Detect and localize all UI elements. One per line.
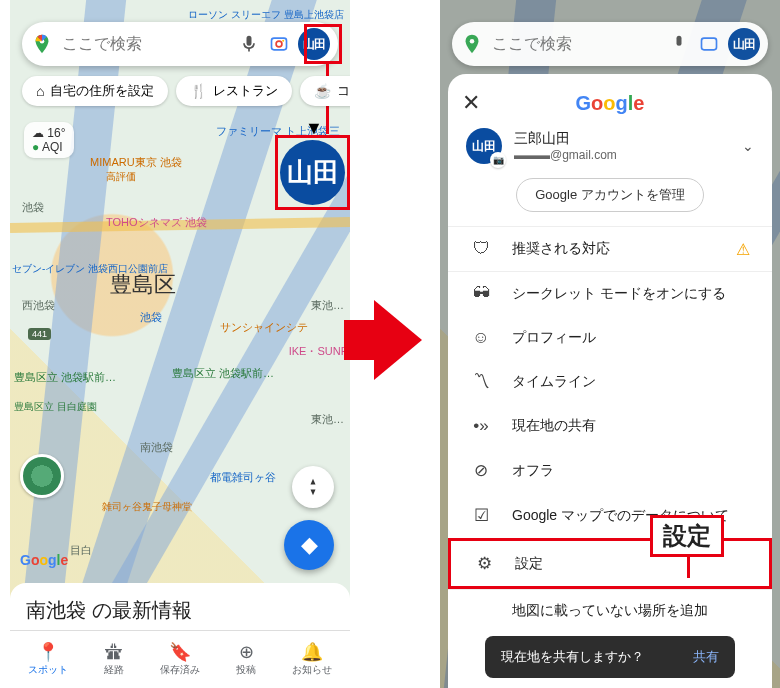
nav-post[interactable]: ⊕投稿	[236, 643, 256, 677]
weather-aqi: AQI	[42, 140, 63, 154]
nav-label: 経路	[104, 663, 124, 677]
menu-timeline[interactable]: 〽タイムライン	[448, 360, 772, 404]
close-button[interactable]: ✕	[462, 90, 480, 116]
account-row[interactable]: 山田 三郎山田 ▬▬▬@gmail.com ⌄	[448, 120, 772, 168]
poi-label: 目白	[70, 543, 92, 558]
google-logo: Google	[576, 92, 645, 115]
manage-account-button[interactable]: Google アカウントを管理	[516, 178, 704, 212]
directions-button[interactable]: ◆	[284, 520, 334, 570]
svg-point-3	[282, 40, 284, 42]
recenter-button[interactable]	[292, 466, 334, 508]
chip-home[interactable]: ⌂自宅の住所を設定	[22, 76, 168, 106]
annotation-transition-arrow	[374, 300, 422, 380]
poi-label: 池袋	[140, 310, 162, 325]
cloud-off-icon: ⊘	[470, 460, 492, 481]
menu-offline[interactable]: ⊘オフラ	[448, 448, 772, 493]
poi-label: 池袋	[22, 200, 44, 215]
bookmark-icon: 🔖	[169, 643, 191, 661]
warning-icon: ⚠	[736, 240, 750, 259]
profile-icon: ☺	[470, 328, 492, 348]
google-watermark: Google	[20, 552, 68, 568]
menu-label: プロフィール	[512, 329, 596, 347]
poi-label: 雑司ヶ谷鬼子母神堂	[102, 500, 192, 514]
menu-add-place[interactable]: 地図に載っていない場所を追加	[448, 590, 772, 632]
account-name: 三郎山田	[514, 130, 730, 148]
poi-label: IKE・SUNP	[289, 344, 348, 359]
menu-recommended[interactable]: 🛡推奨される対応⚠	[448, 227, 772, 271]
restaurant-icon: 🍴	[190, 83, 207, 99]
lens-icon[interactable]	[268, 33, 290, 55]
nav-notify[interactable]: 🔔お知らせ	[292, 643, 332, 677]
menu-label: シークレット モードをオンにする	[512, 285, 726, 303]
search-bar[interactable]: ここで検索 山田	[22, 22, 338, 66]
nav-route[interactable]: 🛣経路	[104, 643, 124, 677]
timeline-icon: 〽	[470, 372, 492, 392]
nav-spot[interactable]: 📍スポット	[28, 643, 68, 677]
bottom-sheet[interactable]: 南池袋 の最新情報	[10, 583, 350, 630]
poi-label: 豊島区立 目白庭園	[14, 400, 97, 414]
poi-label: 西池袋	[22, 298, 55, 313]
chip-label: 自宅の住所を設定	[50, 82, 154, 100]
shield-check-icon: ☑	[470, 505, 492, 526]
poi-label: 東池…	[311, 298, 344, 313]
share-location-icon: •»	[470, 416, 492, 436]
share-location-toast: 現在地を共有しますか？ 共有	[485, 636, 735, 678]
menu-label: タイムライン	[512, 373, 596, 391]
poi-label: 南池袋	[140, 440, 173, 455]
menu-share-location[interactable]: •»現在地の共有	[448, 404, 772, 448]
nav-label: お知らせ	[292, 663, 332, 677]
account-email: ▬▬▬@gmail.com	[514, 148, 730, 162]
enlarged-avatar: 山田	[280, 140, 345, 205]
toast-message: 現在地を共有しますか？	[501, 648, 644, 666]
coffee-icon: ☕	[314, 83, 331, 99]
district-label: 豊島区	[110, 270, 176, 300]
chip-coffee[interactable]: ☕コーヒー	[300, 76, 350, 106]
account-menu: 🛡推奨される対応⚠ 🕶シークレット モードをオンにする ☺プロフィール 〽タイム…	[448, 227, 772, 688]
sheet-header: ✕ Google	[448, 86, 772, 120]
menu-label: 推奨される対応	[512, 240, 610, 258]
gear-icon: ⚙	[473, 553, 495, 574]
nav-label: スポット	[28, 663, 68, 677]
route-icon: 🛣	[105, 643, 123, 661]
menu-profile[interactable]: ☺プロフィール	[448, 316, 772, 360]
phone-right: ここで検索 山田 ✕ Google 山田 三郎山田 ▬▬▬@gmail.com …	[440, 0, 780, 688]
shield-icon: 🛡	[470, 239, 492, 259]
plus-circle-icon: ⊕	[239, 643, 254, 661]
weather-temp: 16°	[47, 126, 65, 140]
route-shield: 441	[28, 328, 51, 340]
annotation-highlight-avatar	[304, 24, 342, 64]
poi-label: MIMARU東京 池袋	[90, 155, 182, 170]
poi-label: 高評価	[106, 170, 136, 184]
nav-label: 投稿	[236, 663, 256, 677]
poi-label: ローソン スリーエフ 豊島上池袋店	[188, 8, 344, 22]
account-sheet: ✕ Google 山田 三郎山田 ▬▬▬@gmail.com ⌄ Google …	[448, 74, 772, 688]
category-chips: ⌂自宅の住所を設定 🍴レストラン ☕コーヒー	[22, 76, 350, 106]
menu-label: 地図に載っていない場所を追加	[512, 602, 708, 620]
microphone-icon[interactable]	[238, 33, 260, 55]
account-avatar-large: 山田	[466, 128, 502, 164]
chevron-down-icon[interactable]: ⌄	[742, 138, 754, 154]
menu-label: オフラ	[512, 462, 554, 480]
sheet-title: 南池袋 の最新情報	[26, 597, 334, 624]
incognito-icon: 🕶	[470, 284, 492, 304]
annotation-enlarged-avatar-box: 山田	[275, 135, 350, 210]
pin-icon: 📍	[37, 643, 59, 661]
google-maps-icon	[30, 32, 54, 56]
home-icon: ⌂	[36, 83, 44, 99]
menu-label: 現在地の共有	[512, 417, 596, 435]
nav-saved[interactable]: 🔖保存済み	[160, 643, 200, 677]
account-info: 三郎山田 ▬▬▬@gmail.com	[514, 130, 730, 162]
menu-incognito[interactable]: 🕶シークレット モードをオンにする	[448, 272, 772, 316]
nav-label: 保存済み	[160, 663, 200, 677]
menu-label: 設定	[515, 555, 543, 573]
bottom-navigation: 📍スポット 🛣経路 🔖保存済み ⊕投稿 🔔お知らせ	[10, 630, 350, 688]
poi-label: 豊島区立 池袋駅前…	[172, 366, 274, 381]
weather-widget[interactable]: ☁ 16° ● AQI	[24, 122, 74, 158]
annotation-settings-balloon: 設定	[650, 515, 724, 557]
toast-share-button[interactable]: 共有	[693, 648, 719, 666]
svg-rect-1	[272, 38, 287, 50]
street-view-thumbnail[interactable]	[20, 454, 64, 498]
chip-label: レストラン	[213, 82, 278, 100]
poi-label: 豊島区立 池袋駅前…	[14, 370, 116, 385]
chip-restaurant[interactable]: 🍴レストラン	[176, 76, 292, 106]
